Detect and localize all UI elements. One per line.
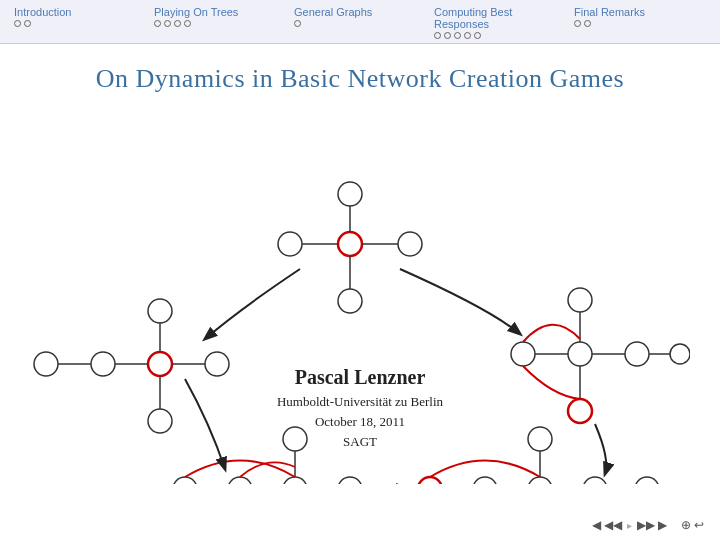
bottom-nav: ◀ ◀◀ ▸ ▶▶ ▶ ⊕ ↩ xyxy=(592,518,704,533)
nav-next-icon[interactable]: ▶ xyxy=(658,518,667,533)
svg-point-45 xyxy=(568,342,592,366)
svg-point-49 xyxy=(625,342,649,366)
nav-title-graphs: General Graphs xyxy=(294,6,372,18)
svg-point-8 xyxy=(338,289,362,313)
nav-section-trees[interactable]: Playing On Trees xyxy=(150,6,290,39)
nav-dot xyxy=(454,32,461,39)
svg-point-13 xyxy=(205,352,229,376)
nav-dots-remarks xyxy=(574,20,591,27)
svg-point-20 xyxy=(173,477,197,484)
nav-dot xyxy=(474,32,481,39)
svg-point-15 xyxy=(91,352,115,376)
nav-title-trees: Playing On Trees xyxy=(154,6,238,18)
svg-point-51 xyxy=(511,342,535,366)
svg-point-53 xyxy=(568,399,592,423)
svg-point-4 xyxy=(398,232,422,256)
diagram-area: Pascal Lenzner Humboldt-Universität zu B… xyxy=(30,114,690,484)
svg-text:Pascal Lenzner: Pascal Lenzner xyxy=(295,366,426,388)
nav-dots-introduction xyxy=(14,20,31,27)
svg-point-17 xyxy=(34,352,58,376)
nav-dot xyxy=(24,20,31,27)
nav-dot xyxy=(584,20,591,27)
nav-title-introduction: Introduction xyxy=(14,6,71,18)
svg-text:Humboldt-Universität zu Berlin: Humboldt-Universität zu Berlin xyxy=(277,394,444,409)
nav-dot xyxy=(434,32,441,39)
nav-section-remarks[interactable]: Final Remarks xyxy=(570,6,710,39)
nav-dot xyxy=(14,20,21,27)
svg-point-32 xyxy=(418,477,442,484)
svg-point-47 xyxy=(568,288,592,312)
svg-point-24 xyxy=(283,477,307,484)
svg-point-22 xyxy=(228,477,252,484)
nav-end-icon[interactable]: ↩ xyxy=(694,518,704,533)
nav-dot xyxy=(154,20,161,27)
network-diagram: Pascal Lenzner Humboldt-Universität zu B… xyxy=(30,114,690,484)
svg-point-9 xyxy=(148,352,172,376)
nav-dot xyxy=(574,20,581,27)
nav-dot xyxy=(464,32,471,39)
nav-title-computing: Computing Best Responses xyxy=(434,6,566,30)
svg-point-11 xyxy=(148,299,172,323)
svg-text:SAGT: SAGT xyxy=(343,434,377,449)
nav-section-graphs[interactable]: General Graphs xyxy=(290,6,430,39)
nav-dot xyxy=(444,32,451,39)
svg-point-36 xyxy=(528,477,552,484)
main-content: On Dynamics in Basic Network Creation Ga… xyxy=(0,44,720,494)
nav-dots-computing xyxy=(434,32,481,39)
svg-point-19 xyxy=(148,409,172,433)
nav-separator: ▸ xyxy=(627,520,632,531)
svg-point-38 xyxy=(583,477,607,484)
nav-dot xyxy=(294,20,301,27)
nav-dot xyxy=(164,20,171,27)
svg-point-40 xyxy=(635,477,659,484)
svg-point-42 xyxy=(528,427,552,451)
nav-dot xyxy=(184,20,191,27)
nav-prev-icon[interactable]: ◀ xyxy=(592,518,601,533)
zoom-icon[interactable]: ⊕ xyxy=(681,518,691,533)
svg-point-6 xyxy=(278,232,302,256)
svg-point-34 xyxy=(473,477,497,484)
nav-prev-icon2[interactable]: ◀◀ xyxy=(604,518,622,533)
nav-section-introduction[interactable]: Introduction xyxy=(10,6,150,39)
nav-dots-graphs xyxy=(294,20,301,27)
nav-dots-trees xyxy=(154,20,191,27)
svg-point-2 xyxy=(338,182,362,206)
nav-title-remarks: Final Remarks xyxy=(574,6,645,18)
nav-next-icon2[interactable]: ▶▶ xyxy=(637,518,655,533)
svg-text:October 18, 2011: October 18, 2011 xyxy=(315,414,405,429)
svg-point-55 xyxy=(670,344,690,364)
svg-point-0 xyxy=(338,232,362,256)
svg-point-26 xyxy=(338,477,362,484)
nav-section-computing[interactable]: Computing Best Responses xyxy=(430,6,570,39)
svg-point-29 xyxy=(283,427,307,451)
nav-bar: Introduction Playing On Trees General Gr… xyxy=(0,0,720,44)
slide-title: On Dynamics in Basic Network Creation Ga… xyxy=(96,64,624,94)
nav-dot xyxy=(174,20,181,27)
